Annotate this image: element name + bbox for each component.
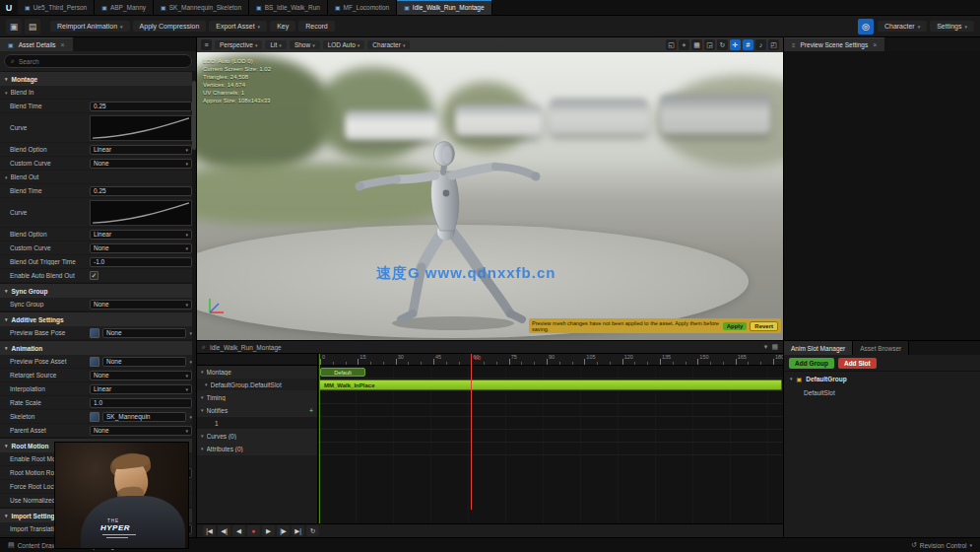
- slot-row[interactable]: DefaultSlot: [784, 385, 980, 399]
- perspective-dropdown[interactable]: Perspective▾: [215, 40, 262, 49]
- scrollbar[interactable]: [192, 71, 196, 537]
- track-montage[interactable]: ▾Montage: [197, 366, 317, 379]
- preview-pose-asset-asset-picker[interactable]: None▾: [90, 356, 192, 368]
- timing-lane[interactable]: [318, 391, 783, 404]
- add-group-button[interactable]: Add Group: [789, 358, 834, 369]
- follow-bone-icon[interactable]: ✛: [730, 39, 741, 50]
- section-header-sync-group[interactable]: ▾Sync Group: [0, 283, 196, 298]
- to-end-button[interactable]: ▶|: [292, 525, 304, 536]
- settings-button[interactable]: Settings▾: [930, 21, 974, 32]
- preview-viewport[interactable]: 速度G www.qdnxxfb.cn ≡Perspective▾Lit▾Show…: [197, 37, 783, 340]
- section-header-additive-settings[interactable]: ▾Additive Settings: [0, 311, 196, 326]
- curve-preview[interactable]: [90, 115, 192, 141]
- time-ruler[interactable]: 0153045607590105120135150165180: [318, 354, 783, 366]
- interpolation-dropdown[interactable]: Linear▾: [90, 384, 192, 394]
- rate-scale-input[interactable]: 1.0: [90, 398, 192, 408]
- key-button[interactable]: Key: [270, 21, 295, 32]
- track-attributes-0[interactable]: ▾Attributes (0): [197, 443, 317, 455]
- audio-icon[interactable]: ♪: [755, 39, 766, 50]
- add-slot-button[interactable]: Add Slot: [838, 358, 877, 369]
- editor-tab-mf-locomotion[interactable]: ▣MF_Locomotion: [328, 0, 397, 15]
- editor-tab-sk-mannequin-skeleton[interactable]: ▣SK_Mannequin_Skeleton: [154, 0, 249, 15]
- section-header-montage[interactable]: ▾Montage: [0, 71, 196, 86]
- section-header-animation[interactable]: ▾Animation: [0, 340, 196, 355]
- revision-control-button[interactable]: ↺ Revision Control ▾: [911, 541, 972, 549]
- slot-lane[interactable]: MM_Walk_InPlace: [318, 379, 783, 391]
- curve-preview[interactable]: [90, 200, 192, 226]
- editor-tab-abp-manny[interactable]: ▣ABP_Manny: [95, 0, 154, 15]
- close-icon[interactable]: ×: [873, 41, 877, 48]
- blend-option-dropdown[interactable]: Linear▾: [90, 145, 192, 155]
- step-forward-button[interactable]: |▶: [277, 525, 290, 536]
- screenshot-icon[interactable]: ◲: [704, 39, 715, 50]
- play-reverse-button[interactable]: ◀: [232, 525, 245, 536]
- editor-tab-bs-idle-walk-run[interactable]: ▣BS_Idle_Walk_Run: [249, 0, 328, 15]
- lit-dropdown[interactable]: Lit▾: [265, 40, 286, 49]
- enable-auto-blend-out-checkbox[interactable]: ✓: [90, 271, 98, 280]
- export-asset-button[interactable]: Export Asset▾: [209, 21, 267, 32]
- track-curves-0[interactable]: ▾Curves (0): [197, 430, 317, 443]
- camera-icon[interactable]: ⌖: [679, 39, 689, 50]
- browse-content-icon[interactable]: ▤: [25, 19, 40, 34]
- attributes-lane[interactable]: [318, 443, 783, 455]
- tab-asset-details[interactable]: ▣ Asset Details ×: [0, 37, 73, 51]
- track-notifies[interactable]: ▾Notifies+: [197, 404, 317, 417]
- blend-time-input[interactable]: 0.25: [90, 186, 192, 196]
- tab-preview-scene-settings[interactable]: ≡ Preview Scene Settings ×: [784, 37, 884, 51]
- blend-option-dropdown[interactable]: Linear▾: [90, 230, 192, 240]
- lod-auto-dropdown[interactable]: LOD Auto▾: [323, 40, 365, 49]
- preview-base-pose-asset-picker[interactable]: None▾: [90, 327, 192, 339]
- parent-asset-dropdown[interactable]: None▾: [90, 426, 192, 436]
- sync-group-dropdown[interactable]: None▾: [90, 300, 192, 310]
- tab-asset-browser[interactable]: Asset Browser: [853, 341, 909, 355]
- character-button[interactable]: Character▾: [878, 21, 927, 32]
- playhead[interactable]: [471, 354, 472, 510]
- slot-group-row[interactable]: ▾ ▣ DefaultGroup: [784, 372, 980, 385]
- track-defaultgroup-defaultslot[interactable]: ▾DefaultGroup.DefaultSlot: [197, 379, 317, 391]
- view-grid-icon[interactable]: ▦: [691, 39, 702, 50]
- apply-button[interactable]: Apply: [723, 322, 748, 330]
- character-dropdown[interactable]: Character▾: [367, 40, 410, 49]
- notify-sub-lane[interactable]: [318, 417, 783, 430]
- close-icon[interactable]: ×: [61, 41, 65, 48]
- anim-segment-clip[interactable]: MM_Walk_InPlace: [319, 380, 782, 390]
- track-1[interactable]: 1: [197, 417, 317, 430]
- retarget-source-dropdown[interactable]: None▾: [90, 371, 192, 380]
- reimport-animation-button[interactable]: Reimport Animation▾: [50, 21, 130, 32]
- step-back-button[interactable]: ◀|: [218, 525, 230, 536]
- revert-button[interactable]: Revert: [750, 321, 778, 331]
- bone-draw-icon[interactable]: #: [743, 39, 753, 50]
- scrollbar-thumb[interactable]: [192, 81, 196, 150]
- record-button[interactable]: ●: [247, 525, 260, 536]
- show-dropdown[interactable]: Show▾: [290, 40, 320, 49]
- notifies-lane[interactable]: [318, 404, 783, 417]
- timeline-grid-icon[interactable]: ▦: [771, 343, 778, 351]
- add-notify-track-icon[interactable]: +: [309, 407, 313, 414]
- save-icon[interactable]: ▣: [6, 19, 22, 34]
- maximize-icon[interactable]: ◱: [666, 39, 677, 50]
- preview-mannequin[interactable]: [350, 136, 552, 333]
- editor-tab-ue5-third-person[interactable]: ▣Ue5_Third_Person: [18, 0, 95, 15]
- asset-details-search-input[interactable]: ⌕ Search: [4, 54, 192, 68]
- filter-icon[interactable]: ⌕: [202, 343, 206, 351]
- preview-profile-icon[interactable]: ◎: [858, 19, 874, 34]
- curves-lane[interactable]: [318, 430, 783, 443]
- unreal-logo-icon[interactable]: U: [0, 0, 18, 15]
- apply-compression-button[interactable]: Apply Compression: [133, 21, 207, 32]
- editor-tab-idle-walk-run-montage[interactable]: ▣Idle_Walk_Run_Montage: [397, 0, 491, 15]
- custom-curve-dropdown[interactable]: None▾: [90, 243, 192, 253]
- skeleton-asset-picker[interactable]: SK_Mannequin▾: [90, 411, 192, 423]
- to-front-button[interactable]: |◀: [203, 525, 216, 536]
- fullscreen-icon[interactable]: ◰: [768, 39, 779, 50]
- play-button[interactable]: ▶: [262, 525, 275, 536]
- loop-button[interactable]: ↻: [306, 525, 319, 536]
- blend-time-input[interactable]: 0.25: [90, 102, 192, 111]
- timeline-options-icon[interactable]: ▾: [764, 343, 768, 351]
- viewport-menu-icon[interactable]: ≡: [201, 39, 212, 50]
- sections-lane[interactable]: Default: [318, 366, 783, 379]
- turntable-icon[interactable]: ↻: [717, 39, 728, 50]
- tab-anim-slot-manager[interactable]: Anim Slot Manager: [784, 341, 853, 355]
- track-area[interactable]: 0153045607590105120135150165180 Default …: [318, 354, 783, 523]
- record-button[interactable]: Record: [298, 21, 335, 32]
- custom-curve-dropdown[interactable]: None▾: [90, 159, 192, 169]
